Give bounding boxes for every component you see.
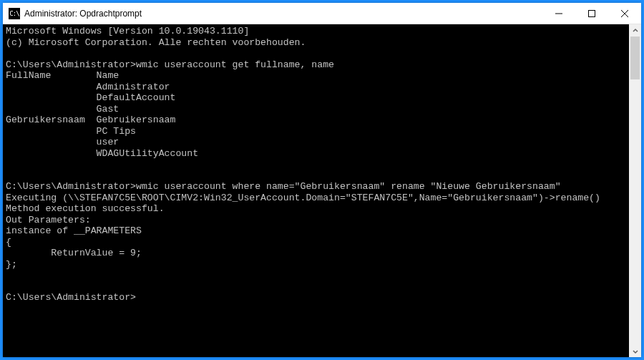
window-title: Administrator: Opdrachtprompt	[24, 9, 142, 19]
command-prompt-window: C:\ Administrator: Opdrachtprompt Micros…	[3, 3, 641, 357]
maximize-button[interactable]	[575, 3, 608, 24]
client-area: Microsoft Windows [Version 10.0.19043.11…	[3, 24, 641, 357]
maximize-icon	[588, 10, 595, 17]
cmd-icon: C:\	[9, 8, 20, 19]
chevron-down-icon	[633, 349, 638, 354]
minimize-button[interactable]	[542, 3, 575, 24]
titlebar[interactable]: C:\ Administrator: Opdrachtprompt	[3, 3, 641, 24]
minimize-icon	[555, 10, 562, 17]
vertical-scrollbar[interactable]	[629, 24, 641, 357]
chevron-up-icon	[633, 28, 638, 34]
terminal-output[interactable]: Microsoft Windows [Version 10.0.19043.11…	[3, 24, 629, 357]
close-icon	[621, 10, 628, 17]
scroll-down-button[interactable]	[629, 345, 641, 357]
scroll-thumb[interactable]	[630, 37, 640, 79]
svg-rect-1	[589, 10, 595, 16]
close-button[interactable]	[608, 3, 641, 24]
scroll-up-button[interactable]	[629, 24, 641, 37]
